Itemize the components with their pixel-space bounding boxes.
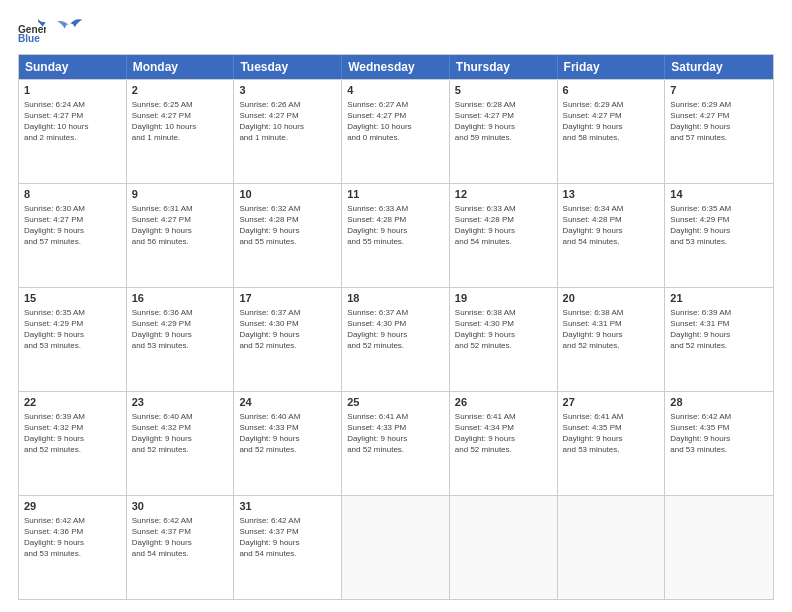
day-number: 5 (455, 83, 552, 98)
day-number: 26 (455, 395, 552, 410)
cell-info-line: Daylight: 9 hours (347, 433, 444, 444)
day-number: 30 (132, 499, 229, 514)
cell-info-line: and 52 minutes. (455, 444, 552, 455)
cell-info-line: Sunrise: 6:33 AM (455, 203, 552, 214)
cell-info-line: Sunrise: 6:40 AM (132, 411, 229, 422)
cell-info-line: Sunset: 4:31 PM (670, 318, 768, 329)
header: General Blue (18, 16, 774, 44)
cell-info-line: Daylight: 9 hours (455, 329, 552, 340)
day-number: 17 (239, 291, 336, 306)
cell-info-line: and 58 minutes. (563, 132, 660, 143)
cell-info-line: Sunrise: 6:39 AM (670, 307, 768, 318)
header-day-sunday: Sunday (19, 55, 127, 79)
day-number: 27 (563, 395, 660, 410)
calendar-cell-8: 8Sunrise: 6:30 AMSunset: 4:27 PMDaylight… (19, 184, 127, 287)
cell-info-line: Sunrise: 6:42 AM (670, 411, 768, 422)
cell-info-line: Daylight: 9 hours (24, 225, 121, 236)
calendar-cell-empty-r4c6 (665, 496, 773, 599)
cell-info-line: Sunset: 4:30 PM (455, 318, 552, 329)
page: General Blue SundayMondayTuesdayWednesda… (0, 0, 792, 612)
cell-info-line: and 57 minutes. (670, 132, 768, 143)
calendar-cell-5: 5Sunrise: 6:28 AMSunset: 4:27 PMDaylight… (450, 80, 558, 183)
calendar-cell-9: 9Sunrise: 6:31 AMSunset: 4:27 PMDaylight… (127, 184, 235, 287)
cell-info-line: Sunset: 4:33 PM (239, 422, 336, 433)
cell-info-line: Daylight: 9 hours (563, 329, 660, 340)
cell-info-line: Sunrise: 6:28 AM (455, 99, 552, 110)
calendar-header: SundayMondayTuesdayWednesdayThursdayFrid… (19, 55, 773, 79)
cell-info-line: Sunset: 4:30 PM (239, 318, 336, 329)
calendar-cell-4: 4Sunrise: 6:27 AMSunset: 4:27 PMDaylight… (342, 80, 450, 183)
cell-info-line: Daylight: 9 hours (24, 433, 121, 444)
cell-info-line: and 53 minutes. (670, 444, 768, 455)
calendar-cell-16: 16Sunrise: 6:36 AMSunset: 4:29 PMDayligh… (127, 288, 235, 391)
cell-info-line: Sunrise: 6:34 AM (563, 203, 660, 214)
cell-info-line: Daylight: 9 hours (563, 433, 660, 444)
cell-info-line: Sunrise: 6:27 AM (347, 99, 444, 110)
header-day-wednesday: Wednesday (342, 55, 450, 79)
cell-info-line: Sunrise: 6:37 AM (239, 307, 336, 318)
day-number: 20 (563, 291, 660, 306)
day-number: 23 (132, 395, 229, 410)
cell-info-line: Sunrise: 6:30 AM (24, 203, 121, 214)
cell-info-line: Sunrise: 6:42 AM (132, 515, 229, 526)
calendar-cell-24: 24Sunrise: 6:40 AMSunset: 4:33 PMDayligh… (234, 392, 342, 495)
cell-info-line: and 57 minutes. (24, 236, 121, 247)
calendar-cell-22: 22Sunrise: 6:39 AMSunset: 4:32 PMDayligh… (19, 392, 127, 495)
day-number: 12 (455, 187, 552, 202)
calendar-cell-18: 18Sunrise: 6:37 AMSunset: 4:30 PMDayligh… (342, 288, 450, 391)
bird-icon (54, 13, 84, 37)
cell-info-line: Sunset: 4:29 PM (670, 214, 768, 225)
calendar-cell-1: 1Sunrise: 6:24 AMSunset: 4:27 PMDaylight… (19, 80, 127, 183)
cell-info-line: and 52 minutes. (347, 444, 444, 455)
calendar-cell-28: 28Sunrise: 6:42 AMSunset: 4:35 PMDayligh… (665, 392, 773, 495)
calendar-cell-29: 29Sunrise: 6:42 AMSunset: 4:36 PMDayligh… (19, 496, 127, 599)
calendar-body: 1Sunrise: 6:24 AMSunset: 4:27 PMDaylight… (19, 79, 773, 599)
header-day-thursday: Thursday (450, 55, 558, 79)
cell-info-line: Daylight: 9 hours (24, 537, 121, 548)
cell-info-line: Daylight: 9 hours (670, 121, 768, 132)
calendar-cell-6: 6Sunrise: 6:29 AMSunset: 4:27 PMDaylight… (558, 80, 666, 183)
calendar-cell-31: 31Sunrise: 6:42 AMSunset: 4:37 PMDayligh… (234, 496, 342, 599)
calendar-cell-25: 25Sunrise: 6:41 AMSunset: 4:33 PMDayligh… (342, 392, 450, 495)
day-number: 31 (239, 499, 336, 514)
cell-info-line: Sunrise: 6:29 AM (563, 99, 660, 110)
cell-info-line: Daylight: 9 hours (455, 225, 552, 236)
cell-info-line: Sunset: 4:28 PM (455, 214, 552, 225)
cell-info-line: Sunset: 4:34 PM (455, 422, 552, 433)
cell-info-line: Daylight: 9 hours (347, 329, 444, 340)
cell-info-line: Sunset: 4:27 PM (24, 110, 121, 121)
day-number: 24 (239, 395, 336, 410)
cell-info-line: and 56 minutes. (132, 236, 229, 247)
cell-info-line: Sunset: 4:27 PM (239, 110, 336, 121)
cell-info-line: Sunset: 4:29 PM (132, 318, 229, 329)
cell-info-line: Daylight: 9 hours (455, 433, 552, 444)
cell-info-line: Daylight: 9 hours (239, 537, 336, 548)
cell-info-line: Sunrise: 6:36 AM (132, 307, 229, 318)
cell-info-line: Sunset: 4:32 PM (24, 422, 121, 433)
cell-info-line: Daylight: 9 hours (132, 329, 229, 340)
cell-info-line: and 52 minutes. (670, 340, 768, 351)
cell-info-line: and 53 minutes. (670, 236, 768, 247)
cell-info-line: Sunset: 4:31 PM (563, 318, 660, 329)
cell-info-line: Daylight: 9 hours (670, 433, 768, 444)
logo: General Blue (18, 16, 84, 44)
cell-info-line: Sunset: 4:35 PM (563, 422, 660, 433)
calendar-cell-14: 14Sunrise: 6:35 AMSunset: 4:29 PMDayligh… (665, 184, 773, 287)
cell-info-line: Daylight: 9 hours (24, 329, 121, 340)
calendar-cell-empty-r4c3 (342, 496, 450, 599)
day-number: 1 (24, 83, 121, 98)
cell-info-line: Sunrise: 6:39 AM (24, 411, 121, 422)
cell-info-line: Sunset: 4:27 PM (455, 110, 552, 121)
cell-info-line: and 55 minutes. (239, 236, 336, 247)
calendar-cell-10: 10Sunrise: 6:32 AMSunset: 4:28 PMDayligh… (234, 184, 342, 287)
cell-info-line: Sunset: 4:27 PM (132, 214, 229, 225)
cell-info-line: Sunrise: 6:33 AM (347, 203, 444, 214)
cell-info-line: Sunrise: 6:42 AM (239, 515, 336, 526)
calendar-row-4: 22Sunrise: 6:39 AMSunset: 4:32 PMDayligh… (19, 391, 773, 495)
cell-info-line: Sunrise: 6:35 AM (24, 307, 121, 318)
cell-info-line: Sunrise: 6:25 AM (132, 99, 229, 110)
cell-info-line: Daylight: 9 hours (239, 329, 336, 340)
calendar-cell-7: 7Sunrise: 6:29 AMSunset: 4:27 PMDaylight… (665, 80, 773, 183)
cell-info-line: and 53 minutes. (24, 548, 121, 559)
cell-info-line: and 52 minutes. (239, 340, 336, 351)
